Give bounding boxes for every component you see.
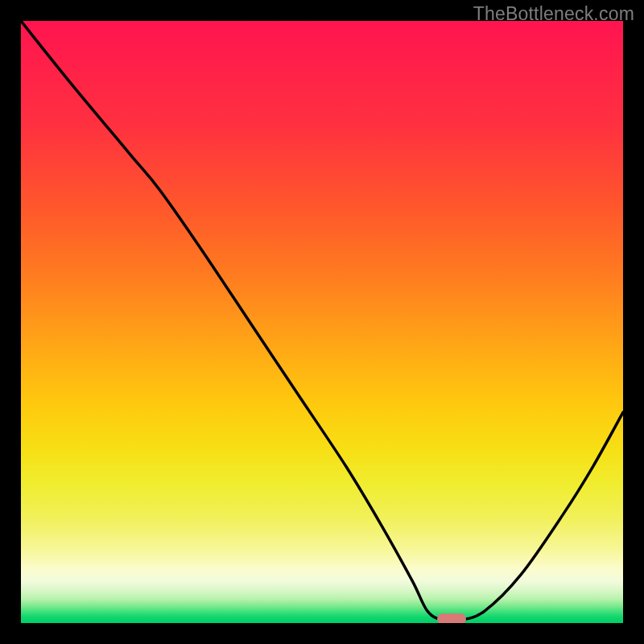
bottleneck-curve (21, 21, 623, 623)
plot-area (21, 21, 623, 623)
chart-container: TheBottleneck.com (0, 0, 644, 644)
optimal-marker (437, 613, 466, 623)
